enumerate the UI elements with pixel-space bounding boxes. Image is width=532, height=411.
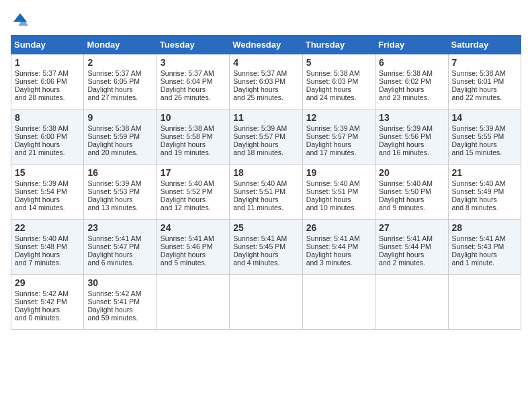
sunrise-text: Sunrise: 5:41 AM [452,234,517,242]
daylight-and-text: and 16 minutes. [379,148,444,156]
day-number: 23 [87,222,152,233]
sunset-text: Sunset: 5:54 PM [15,187,80,195]
calendar-cell: 1Sunrise: 5:37 AMSunset: 6:06 PMDaylight… [11,54,84,109]
sunset-text: Sunset: 6:05 PM [87,77,152,85]
calendar-week-4: 22Sunrise: 5:40 AMSunset: 5:48 PMDayligh… [11,220,521,275]
day-number: 29 [15,277,80,288]
day-number: 18 [233,167,298,178]
daylight-and-text: and 6 minutes. [87,259,152,267]
sunset-text: Sunset: 5:45 PM [233,242,298,250]
calendar-week-1: 1Sunrise: 5:37 AMSunset: 6:06 PMDaylight… [11,54,521,109]
daylight-text: Daylight hours [87,195,152,203]
calendar-cell: 15Sunrise: 5:39 AMSunset: 5:54 PMDayligh… [11,165,84,220]
daylight-and-text: and 17 minutes. [306,148,371,156]
day-number: 15 [15,167,80,178]
logo [11,11,32,30]
calendar-cell: 5Sunrise: 5:38 AMSunset: 6:03 PMDaylight… [302,54,375,109]
calendar-week-2: 8Sunrise: 5:38 AMSunset: 6:00 PMDaylight… [11,109,521,165]
daylight-and-text: and 22 minutes. [452,93,517,101]
sunrise-text: Sunrise: 5:41 AM [87,234,152,242]
day-number: 5 [306,57,371,68]
calendar-cell: 20Sunrise: 5:40 AMSunset: 5:50 PMDayligh… [375,165,448,220]
sunrise-text: Sunrise: 5:41 AM [233,234,298,242]
daylight-and-text: and 10 minutes. [306,203,371,212]
sunset-text: Sunset: 5:49 PM [452,187,517,195]
daylight-text: Daylight hours [306,85,371,93]
daylight-and-text: and 26 minutes. [161,93,226,101]
calendar-cell: 6Sunrise: 5:38 AMSunset: 6:02 PMDaylight… [375,54,448,109]
daylight-and-text: and 3 minutes. [306,259,371,267]
daylight-text: Daylight hours [15,306,80,314]
day-number: 20 [379,167,444,178]
sunset-text: Sunset: 5:51 PM [233,187,298,195]
sunrise-text: Sunrise: 5:39 AM [87,179,152,187]
day-number: 7 [452,57,517,68]
daylight-text: Daylight hours [379,85,444,93]
daylight-text: Daylight hours [87,140,152,148]
day-number: 17 [161,167,226,178]
day-number: 25 [233,222,298,233]
sunset-text: Sunset: 5:43 PM [452,242,517,250]
day-number: 16 [87,167,152,178]
sunrise-text: Sunrise: 5:37 AM [87,69,152,77]
daylight-and-text: and 13 minutes. [87,203,152,212]
daylight-text: Daylight hours [161,250,226,259]
sunrise-text: Sunrise: 5:40 AM [379,179,444,187]
day-number: 9 [87,112,152,123]
sunset-text: Sunset: 5:51 PM [306,187,371,195]
header-tuesday: Tuesday [157,36,229,54]
daylight-and-text: and 12 minutes. [161,203,226,212]
daylight-and-text: and 23 minutes. [379,93,444,101]
day-number: 10 [161,112,226,123]
sunset-text: Sunset: 5:52 PM [161,187,226,195]
calendar-cell: 30Sunrise: 5:42 AMSunset: 5:41 PMDayligh… [84,275,157,330]
daylight-text: Daylight hours [233,250,298,259]
daylight-text: Daylight hours [15,195,80,203]
daylight-and-text: and 59 minutes. [87,314,152,322]
sunrise-text: Sunrise: 5:37 AM [161,69,226,77]
daylight-and-text: and 20 minutes. [87,148,152,156]
sunrise-text: Sunrise: 5:38 AM [161,124,226,132]
day-number: 13 [379,112,444,123]
sunrise-text: Sunrise: 5:38 AM [379,69,444,77]
calendar-week-3: 15Sunrise: 5:39 AMSunset: 5:54 PMDayligh… [11,165,521,220]
daylight-text: Daylight hours [306,140,371,148]
day-number: 19 [306,167,371,178]
calendar-week-5: 29Sunrise: 5:42 AMSunset: 5:42 PMDayligh… [11,275,521,330]
day-number: 27 [379,222,444,233]
daylight-text: Daylight hours [15,140,80,148]
sunset-text: Sunset: 5:41 PM [87,298,152,306]
sunset-text: Sunset: 5:44 PM [306,242,371,250]
daylight-and-text: and 18 minutes. [233,148,298,156]
calendar-cell: 3Sunrise: 5:37 AMSunset: 6:04 PMDaylight… [157,54,229,109]
sunrise-text: Sunrise: 5:39 AM [306,124,371,132]
daylight-text: Daylight hours [452,250,517,259]
daylight-and-text: and 21 minutes. [15,148,80,156]
daylight-and-text: and 25 minutes. [233,93,298,101]
sunrise-text: Sunrise: 5:40 AM [452,179,517,187]
sunrise-text: Sunrise: 5:38 AM [306,69,371,77]
sunset-text: Sunset: 5:59 PM [87,132,152,140]
sunset-text: Sunset: 6:00 PM [15,132,80,140]
day-number: 6 [379,57,444,68]
day-number: 2 [87,57,152,68]
day-number: 28 [452,222,517,233]
sunrise-text: Sunrise: 5:41 AM [161,234,226,242]
sunset-text: Sunset: 5:46 PM [161,242,226,250]
daylight-text: Daylight hours [233,195,298,203]
calendar-cell: 10Sunrise: 5:38 AMSunset: 5:58 PMDayligh… [157,109,229,165]
sunrise-text: Sunrise: 5:39 AM [379,124,444,132]
daylight-text: Daylight hours [233,140,298,148]
calendar-cell: 22Sunrise: 5:40 AMSunset: 5:48 PMDayligh… [11,220,84,275]
day-number: 8 [15,112,80,123]
day-number: 24 [161,222,226,233]
calendar-cell: 8Sunrise: 5:38 AMSunset: 6:00 PMDaylight… [11,109,84,165]
daylight-and-text: and 2 minutes. [379,259,444,267]
daylight-text: Daylight hours [379,140,444,148]
sunset-text: Sunset: 5:58 PM [161,132,226,140]
day-number: 12 [306,112,371,123]
sunrise-text: Sunrise: 5:41 AM [379,234,444,242]
calendar-cell: 18Sunrise: 5:40 AMSunset: 5:51 PMDayligh… [230,165,302,220]
daylight-and-text: and 24 minutes. [306,93,371,101]
daylight-and-text: and 1 minute. [452,259,517,267]
